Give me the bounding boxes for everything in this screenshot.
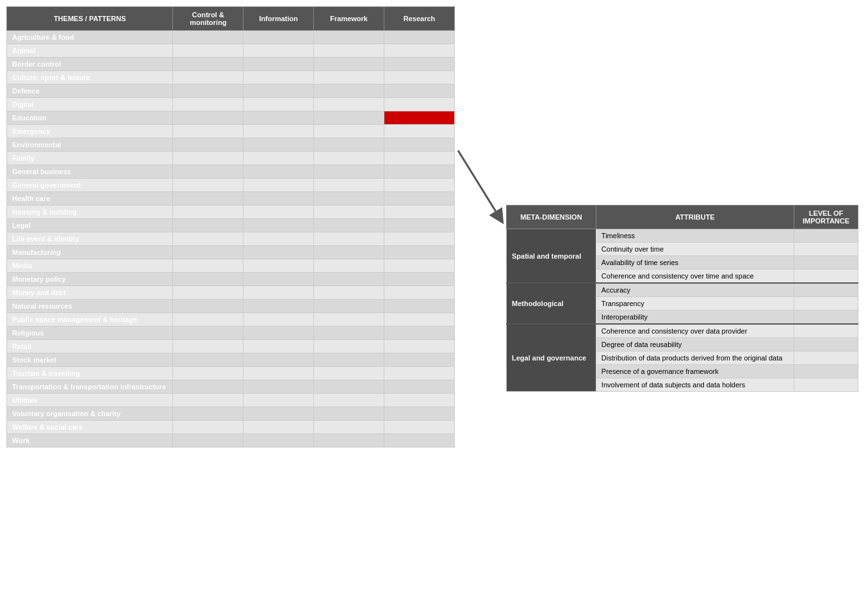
data-cell — [173, 98, 243, 111]
data-cell — [243, 340, 314, 353]
data-cell — [384, 380, 455, 394]
data-cell — [384, 327, 455, 340]
data-cell — [384, 98, 455, 111]
data-cell — [384, 246, 455, 259]
data-cell — [243, 407, 314, 421]
data-cell — [314, 125, 384, 138]
attribute-cell: Coherence and consistency over data prov… — [596, 324, 794, 338]
theme-cell: Emergency — [7, 125, 173, 138]
attribute-cell: Distribution of data products derived fr… — [596, 351, 794, 365]
left-section: THEMES / PATTERNS Control & monitoring I… — [6, 6, 455, 448]
table-row: Transportation & transportation infrastr… — [7, 380, 455, 394]
level-cell — [794, 270, 858, 284]
data-cell — [173, 434, 243, 448]
theme-cell: Transportation & transportation infrastr… — [7, 380, 173, 394]
meta-dimension-cell: Spatial and temporal — [507, 229, 596, 284]
data-cell — [173, 353, 243, 367]
attribute-cell: Coherence and consistency over time and … — [596, 270, 794, 284]
data-cell — [243, 125, 314, 138]
data-cell — [384, 31, 455, 44]
table-row: Animal — [7, 44, 455, 58]
theme-cell: Life event & identity — [7, 232, 173, 246]
theme-cell: Border control — [7, 58, 173, 71]
attribute-cell: Involvement of data subjects and data ho… — [596, 378, 794, 392]
data-cell — [314, 44, 384, 58]
data-cell — [173, 152, 243, 165]
data-cell — [173, 71, 243, 85]
table-row: Environmental — [7, 138, 455, 152]
data-cell — [173, 367, 243, 380]
data-cell — [314, 259, 384, 273]
themes-table: THEMES / PATTERNS Control & monitoring I… — [6, 6, 455, 448]
theme-cell: Manufacturing — [7, 246, 173, 259]
data-cell — [243, 434, 314, 448]
table-row: General business — [7, 165, 455, 179]
right-section: META-DIMENSION ATTRIBUTE LEVEL OF IMPORT… — [506, 205, 858, 392]
data-cell — [384, 300, 455, 313]
attribute-cell: Transparency — [596, 297, 794, 311]
table-row: Manufacturing — [7, 246, 455, 259]
attribute-cell: Timeliness — [596, 229, 794, 243]
data-cell — [384, 219, 455, 232]
data-cell — [314, 273, 384, 286]
data-cell — [173, 407, 243, 421]
theme-cell: Natural resources — [7, 300, 173, 313]
header-attribute: ATTRIBUTE — [596, 206, 794, 229]
data-cell — [173, 31, 243, 44]
header-col3: Framework — [314, 7, 384, 31]
data-cell — [243, 219, 314, 232]
data-cell — [384, 286, 455, 300]
attribute-cell: Interoperability — [596, 311, 794, 325]
data-cell — [173, 232, 243, 246]
theme-cell: Defence — [7, 85, 173, 98]
table-row: Money and debt — [7, 286, 455, 300]
arrow-container — [455, 6, 506, 224]
data-cell — [314, 31, 384, 44]
data-cell — [243, 71, 314, 85]
table-row: Border control — [7, 58, 455, 71]
level-cell — [794, 297, 858, 311]
table-row: Agriculture & food — [7, 31, 455, 44]
data-cell — [173, 327, 243, 340]
data-cell — [314, 286, 384, 300]
data-cell — [173, 165, 243, 179]
data-cell — [314, 353, 384, 367]
attribute-cell: Degree of data reusability — [596, 338, 794, 351]
table-row: Religious — [7, 327, 455, 340]
theme-cell: Environmental — [7, 138, 173, 152]
data-cell — [173, 85, 243, 98]
data-cell — [243, 138, 314, 152]
level-cell — [794, 324, 858, 338]
meta-dimension-cell: Methodological — [507, 283, 596, 324]
level-cell — [794, 365, 858, 378]
data-cell — [314, 300, 384, 313]
attribute-cell: Availability of time series — [596, 256, 794, 270]
data-cell — [384, 152, 455, 165]
data-cell — [314, 313, 384, 327]
theme-cell: Religious — [7, 327, 173, 340]
level-cell — [794, 283, 858, 297]
table-row: Natural resources — [7, 300, 455, 313]
data-cell — [173, 340, 243, 353]
data-cell — [384, 232, 455, 246]
table-row: Media — [7, 259, 455, 273]
data-cell — [173, 179, 243, 192]
table-row: Retail — [7, 340, 455, 353]
table-row: Defence — [7, 85, 455, 98]
theme-cell: Education — [7, 111, 173, 125]
table-row: Monetary policy — [7, 273, 455, 286]
data-cell — [243, 232, 314, 246]
level-cell — [794, 243, 858, 256]
data-cell — [243, 380, 314, 394]
data-cell — [384, 394, 455, 407]
table-row: Tourism & travelling — [7, 367, 455, 380]
data-cell — [314, 58, 384, 71]
theme-cell: Monetary policy — [7, 273, 173, 286]
table-row: Voluntary organisation & charity — [7, 407, 455, 421]
data-cell — [314, 179, 384, 192]
table-row: Life event & identity — [7, 232, 455, 246]
header-col2: Information — [243, 7, 314, 31]
level-cell — [794, 351, 858, 365]
data-cell — [314, 340, 384, 353]
data-cell — [384, 367, 455, 380]
